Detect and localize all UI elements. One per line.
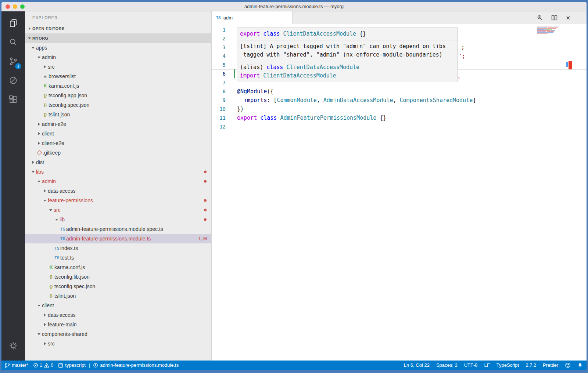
open-editors-header[interactable]: OPEN EDITORS — [25, 24, 211, 33]
tree-folder-data-access[interactable]: data-access — [25, 310, 211, 320]
line-number[interactable]: 7 — [212, 80, 232, 86]
minimize-window-button[interactable] — [13, 4, 17, 9]
line-number[interactable]: 9 — [212, 97, 232, 103]
tree-file-tslint.json[interactable]: {}tslint.json — [25, 110, 211, 119]
git-branch-icon — [4, 362, 10, 368]
vscode-window: admin-feature-permissions.module.ts — my… — [1, 2, 587, 370]
line-number[interactable]: 4 — [212, 53, 232, 59]
extensions-icon[interactable] — [4, 90, 23, 109]
tree-folder-admin-e2e[interactable]: admin-e2e — [25, 119, 211, 129]
tree-folder-admin[interactable]: admin — [25, 52, 211, 62]
tree-file-admin-feature-permissions.module.ts[interactable]: TSadmin-feature-permissions.module.ts1, … — [25, 234, 211, 243]
git-branch-indicator[interactable]: master* — [4, 362, 28, 368]
tree-item-label: dist — [36, 159, 44, 165]
tree-folder-apps[interactable]: apps — [25, 43, 211, 52]
line-number[interactable]: 12 — [212, 124, 232, 130]
debug-icon[interactable] — [4, 71, 23, 90]
eol-indicator[interactable]: LF — [484, 362, 490, 368]
tslint-status-indicator[interactable]: typescript — [58, 362, 86, 368]
tree-folder-feature-permissions[interactable]: feature-permissions — [25, 196, 211, 205]
close-window-button[interactable] — [6, 4, 10, 9]
tree-folder-data-access[interactable]: data-access — [25, 186, 211, 196]
tree-folder-lib[interactable]: lib — [25, 215, 211, 224]
code-token: imports — [244, 97, 267, 104]
indentation-indicator[interactable]: Spaces: 2 — [436, 362, 458, 368]
line-number[interactable]: 2 — [212, 36, 232, 41]
tree-folder-admin[interactable]: admin — [25, 177, 211, 186]
minimap-segment — [537, 33, 548, 34]
code-line-9[interactable]: 9 imports: [CommonModule, AdminDataAcces… — [212, 96, 587, 105]
zoom-window-button[interactable] — [20, 4, 25, 9]
tree-folder-src[interactable]: src — [25, 62, 211, 72]
code-token: AdminDataAccessModule — [323, 97, 393, 104]
line-number[interactable]: 3 — [212, 44, 232, 50]
code-line-12[interactable]: 12 — [212, 122, 587, 131]
tree-folder-client[interactable]: client — [25, 301, 211, 310]
tree-folder-client-e2e[interactable]: client-e2e — [25, 138, 211, 148]
code-line-8[interactable]: 8@NgModule({ — [212, 87, 587, 96]
search-editor-icon[interactable] — [537, 15, 543, 21]
notifications-indicator[interactable] — [577, 362, 583, 368]
code-line-11[interactable]: 11export class AdminFeaturePermissionsMo… — [212, 113, 587, 122]
line-number[interactable]: 5 — [212, 62, 232, 68]
editor[interactable]: 123;4';56import { ClientDataAccessModule… — [212, 24, 587, 361]
tree-folder-src[interactable]: src — [25, 339, 211, 348]
tree-file-tsconfig.spec.json[interactable]: {}tsconfig.spec.json — [25, 100, 211, 110]
hover-alias-section: (alias) class ClientDataAccessModule imp… — [237, 61, 458, 82]
tree-folder-client[interactable]: client — [25, 129, 211, 138]
line-number[interactable]: 11 — [212, 115, 232, 121]
code-line-10[interactable]: 10}) — [212, 105, 587, 113]
tree-folder-components-shared[interactable]: components-shared — [25, 329, 211, 339]
feedback-smiley-indicator[interactable] — [565, 362, 571, 368]
twistie-icon — [42, 200, 48, 202]
tree-item-label: feature-main — [48, 322, 77, 327]
hover-tslint-section: [tslint] A project tagged with "admin" c… — [237, 40, 458, 61]
tree-folder-src[interactable]: src — [25, 205, 211, 215]
line-number[interactable]: 10 — [212, 106, 232, 112]
error-icon — [33, 363, 38, 368]
root-folder-header[interactable]: MYORG — [25, 33, 211, 43]
close-editor-icon[interactable]: ✕ — [566, 15, 570, 21]
tree-folder-feature-main[interactable]: feature-main — [25, 320, 211, 329]
tree-file-.gitkeep[interactable]: .gitkeep — [25, 148, 211, 157]
minimap-segment — [553, 26, 559, 26]
tree-file-admin-feature-permissions.module.spec.ts[interactable]: TSadmin-feature-permissions.module.spec.… — [25, 224, 211, 234]
formatter-indicator[interactable]: Prettier — [543, 362, 558, 368]
warning-count: 0 — [51, 362, 53, 368]
tree-file-tslint.json[interactable]: {}tslint.json — [25, 291, 211, 301]
tree-folder-libs[interactable]: libs — [25, 167, 211, 177]
minimap[interactable] — [537, 26, 563, 35]
hover-signature: export class ClientDataAccessModule {} — [240, 30, 455, 38]
search-icon[interactable] — [4, 33, 23, 52]
line-text: imports: [CommonModule, AdminDataAccessM… — [232, 97, 476, 104]
tree-file-test.ts[interactable]: TStest.ts — [25, 253, 211, 262]
error-count: 1 — [40, 362, 42, 368]
explorer-icon[interactable] — [4, 14, 23, 33]
line-number[interactable]: 6 — [212, 71, 232, 77]
problems-indicator[interactable]: 1 0 — [33, 362, 53, 368]
tree-file-tsconfig.lib.json[interactable]: {}tsconfig.lib.json — [25, 272, 211, 282]
tree-file-karma.conf.js[interactable]: Kkarma.conf.js — [25, 81, 211, 91]
tree-folder-dist[interactable]: dist — [25, 157, 211, 167]
tree-file-karma.conf.js[interactable]: Kkarma.conf.js — [25, 262, 211, 272]
hover-alias: (alias) class ClientDataAccessModule — [240, 63, 455, 72]
tree-file-tsconfig.spec.json[interactable]: {}tsconfig.spec.json — [25, 282, 211, 291]
tree-file-browserslist[interactable]: ≡browserslist — [25, 72, 211, 81]
tab-admin-feature-permissions-module[interactable]: TS adm — [212, 11, 293, 24]
line-number[interactable]: 8 — [212, 88, 232, 94]
ts-version-indicator[interactable]: 2.7.2 — [526, 362, 536, 368]
tree-file-tsconfig.app.json[interactable]: {}tsconfig.app.json — [25, 91, 211, 100]
split-editor-icon[interactable] — [551, 15, 557, 21]
language-mode-indicator[interactable]: TypeScript — [496, 362, 519, 368]
tree-item-label: admin-e2e — [42, 121, 66, 127]
file-problem-indicator[interactable]: admin-feature-permissions.module.ts — [93, 362, 179, 368]
code-token: class — [263, 30, 283, 37]
source-control-icon[interactable]: 3 — [4, 52, 23, 71]
titlebar[interactable]: admin-feature-permissions.module.ts — my… — [1, 2, 587, 11]
encoding-indicator[interactable]: UTF-8 — [464, 362, 478, 368]
cursor-position-indicator[interactable]: Ln 6, Col 22 — [404, 362, 430, 368]
line-number[interactable]: 1 — [212, 27, 232, 33]
line-text: @NgModule({ — [232, 88, 273, 95]
tree-file-index.ts[interactable]: TSindex.ts — [25, 243, 211, 253]
settings-gear-icon[interactable] — [4, 336, 23, 355]
